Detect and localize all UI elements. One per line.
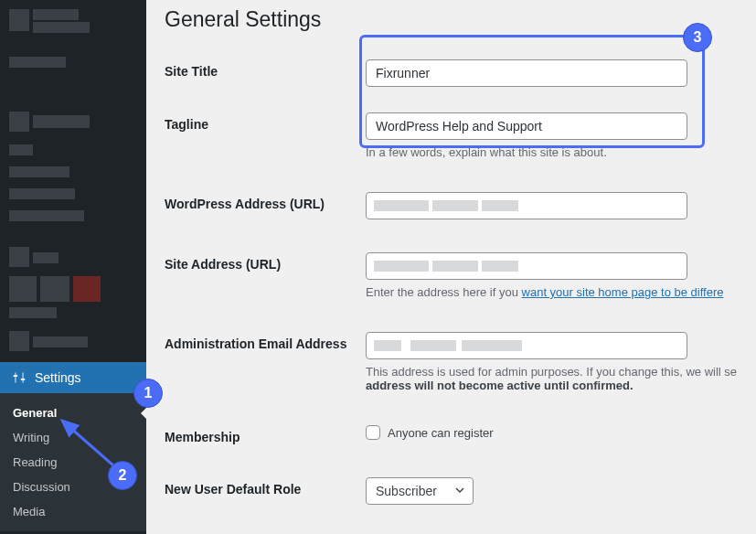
submenu-media[interactable]: Media: [0, 499, 146, 524]
admin-email-description: This address is used for admin purposes.…: [366, 365, 738, 392]
label-default-role: New User Default Role: [165, 477, 366, 497]
input-wp-address[interactable]: [366, 192, 687, 219]
label-admin-email: Administration Email Address: [165, 332, 366, 351]
sidebar-item-settings[interactable]: Settings: [0, 362, 146, 393]
row-membership: Membership Anyone can register: [165, 409, 738, 461]
row-site-title: Site Title: [165, 50, 738, 103]
site-address-description: Enter the address here if you want your …: [366, 285, 738, 299]
sidebar-blur-area: [0, 0, 146, 362]
label-site-title: Site Title: [165, 59, 366, 79]
content-area: General Settings Site Title Tagline In a…: [146, 0, 756, 534]
row-default-role: New User Default Role Subscriber: [165, 461, 738, 521]
annotation-badge-2: 2: [108, 461, 137, 490]
select-default-role[interactable]: Subscriber: [366, 477, 474, 505]
label-site-address: Site Address (URL): [165, 252, 366, 272]
submenu-general[interactable]: General: [0, 400, 146, 425]
annotation-badge-3: 3: [683, 23, 712, 52]
settings-slider-icon: [11, 369, 27, 386]
checkbox-label: Anyone can register: [388, 426, 494, 440]
row-site-address: Site Address (URL) Enter the address her…: [165, 236, 738, 315]
admin-sidebar: Settings General Writing Reading Discuss…: [0, 0, 146, 534]
input-tagline[interactable]: [366, 112, 687, 140]
annotation-badge-1: 1: [133, 379, 163, 408]
page-title: General Settings: [165, 7, 738, 32]
row-wp-address: WordPress Address (URL): [165, 176, 738, 236]
label-membership: Membership: [165, 425, 366, 444]
tagline-description: In a few words, explain what this site i…: [366, 145, 738, 159]
row-admin-email: Administration Email Address This addres…: [165, 315, 738, 409]
submenu-writing[interactable]: Writing: [0, 425, 146, 450]
label-wp-address: WordPress Address (URL): [165, 192, 366, 211]
checkbox-anyone-register[interactable]: [366, 425, 380, 440]
input-site-title[interactable]: [366, 59, 687, 87]
input-site-address[interactable]: [366, 252, 687, 280]
row-tagline: Tagline In a few words, explain what thi…: [165, 103, 738, 176]
sidebar-settings-label: Settings: [35, 370, 81, 385]
home-page-link[interactable]: want your site home page to be differe: [522, 285, 724, 299]
input-admin-email[interactable]: [366, 332, 687, 359]
chevron-down-icon: [454, 484, 465, 498]
label-tagline: Tagline: [165, 112, 366, 132]
